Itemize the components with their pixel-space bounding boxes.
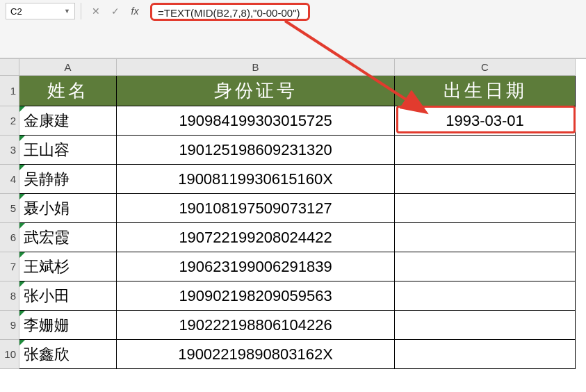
cell-dob[interactable]: [395, 136, 576, 165]
header-name[interactable]: 姓名: [19, 76, 117, 106]
formula-input[interactable]: =TEXT(MID(B2,7,8),"0-00-00"): [150, 3, 310, 21]
cell-name[interactable]: 吴静静: [19, 165, 117, 194]
cell-name[interactable]: 聂小娟: [19, 194, 117, 223]
row-header[interactable]: 1: [0, 76, 19, 106]
cell-dob[interactable]: [395, 194, 576, 223]
row-header[interactable]: 4: [0, 165, 19, 194]
row-header[interactable]: 3: [0, 136, 19, 165]
cell-name[interactable]: 张小田: [19, 281, 117, 311]
cell-id[interactable]: 190984199303015725: [117, 106, 395, 136]
cell-dob[interactable]: [395, 311, 576, 340]
cell-dob[interactable]: [395, 252, 576, 281]
formula-input-wrap: =TEXT(MID(B2,7,8),"0-00-00"): [147, 3, 580, 21]
cell-name[interactable]: 王斌杉: [19, 252, 117, 281]
row-header[interactable]: 7: [0, 252, 19, 281]
spreadsheet: A B C 1 姓名 身份证号 出生日期 2 金康建 1909841993030…: [0, 58, 586, 369]
confirm-formula-icon[interactable]: ✓: [107, 3, 124, 19]
cell-id[interactable]: 19002219890803162X: [117, 340, 395, 369]
cell-dob[interactable]: [395, 165, 576, 194]
cell-dob[interactable]: [395, 340, 576, 369]
cell-id[interactable]: 190125198609231320: [117, 136, 395, 165]
cell-id[interactable]: 19008119930615160X: [117, 165, 395, 194]
row-header[interactable]: 9: [0, 311, 19, 340]
cell-dob-active[interactable]: 1993-03-01: [395, 106, 576, 136]
divider: [81, 3, 86, 19]
name-box[interactable]: C2 ▼: [6, 3, 75, 19]
row-header[interactable]: 5: [0, 194, 19, 223]
cell-name[interactable]: 金康建: [19, 106, 117, 136]
row-header[interactable]: 6: [0, 223, 19, 252]
row-header[interactable]: 10: [0, 340, 19, 369]
cell-name[interactable]: 王山容: [19, 136, 117, 165]
cell-id[interactable]: 190222198806104226: [117, 311, 395, 340]
cell-dob[interactable]: [395, 281, 576, 311]
fx-icon[interactable]: fx: [127, 3, 143, 19]
header-id[interactable]: 身份证号: [117, 76, 395, 106]
header-dob[interactable]: 出生日期: [395, 76, 576, 106]
select-all-corner[interactable]: [0, 59, 19, 76]
cell-name[interactable]: 武宏霞: [19, 223, 117, 252]
cell-id[interactable]: 190108197509073127: [117, 194, 395, 223]
col-header-C[interactable]: C: [395, 59, 576, 76]
formula-text: =TEXT(MID(B2,7,8),"0-00-00"): [158, 7, 300, 19]
cell-name[interactable]: 张鑫欣: [19, 340, 117, 369]
cell-dob[interactable]: [395, 223, 576, 252]
row-header[interactable]: 2: [0, 106, 19, 136]
col-header-B[interactable]: B: [117, 59, 395, 76]
cancel-formula-icon[interactable]: ✕: [88, 3, 104, 19]
cell-id[interactable]: 190722199208024422: [117, 223, 395, 252]
col-header-A[interactable]: A: [19, 59, 117, 76]
formula-bar: C2 ▼ ✕ ✓ fx =TEXT(MID(B2,7,8),"0-00-00"): [0, 0, 586, 58]
cell-id[interactable]: 190902198209059563: [117, 281, 395, 311]
cell-id[interactable]: 190623199006291839: [117, 252, 395, 281]
cell-reference: C2: [10, 6, 22, 17]
cell-name[interactable]: 李姗姗: [19, 311, 117, 340]
chevron-down-icon: ▼: [64, 8, 70, 15]
row-header[interactable]: 8: [0, 281, 19, 311]
